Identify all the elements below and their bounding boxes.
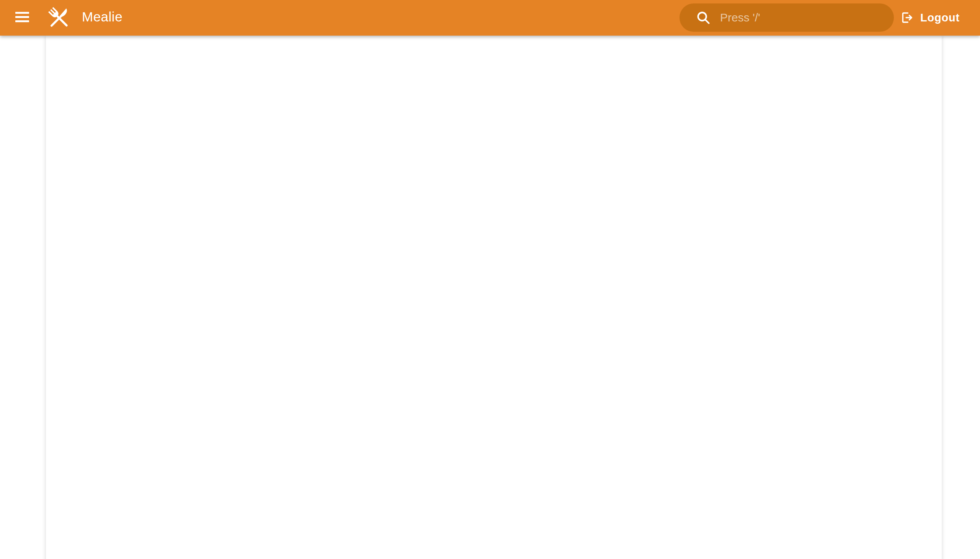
logout-button[interactable]: Logout	[900, 8, 960, 27]
recipe-edit-card	[46, 36, 942, 559]
logout-icon	[900, 10, 914, 25]
logout-label: Logout	[920, 12, 960, 24]
menu-icon	[15, 12, 29, 14]
app-title: Mealie	[82, 9, 122, 25]
search-input[interactable]	[719, 11, 874, 25]
menu-button[interactable]	[15, 12, 30, 24]
mealie-logo-icon[interactable]	[45, 3, 73, 33]
mealie-recipe-editor: Mealie Logout Recipe Name Easy Chorizo S…	[0, 0, 980, 559]
app-header: Mealie Logout	[0, 0, 980, 36]
search-icon	[695, 9, 712, 26]
search-box[interactable]	[679, 3, 894, 32]
